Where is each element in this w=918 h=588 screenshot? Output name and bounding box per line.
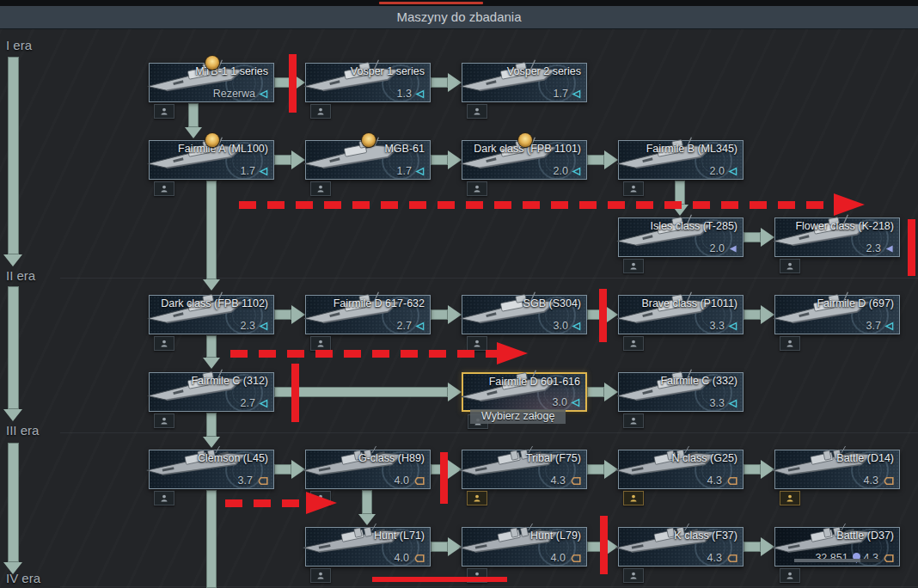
boat-class-icon <box>259 167 268 176</box>
tree-connector-arrow <box>188 103 199 127</box>
tree-connector-arrow <box>744 232 761 242</box>
tree-connector-arrow <box>206 335 217 358</box>
crew-slot-icon <box>623 413 644 428</box>
tree-connector-arrow <box>744 464 761 475</box>
unit-cost: 2.3 <box>866 242 894 254</box>
unit-cost: 1.7 <box>554 88 581 100</box>
unit-card[interactable]: Clemson (L45)3.7 <box>149 450 274 489</box>
unit-card[interactable]: Vosper 2 series1.7 <box>462 63 587 102</box>
unit-cost: 2.0 <box>710 242 737 254</box>
unit-br: 4.0 <box>395 552 409 564</box>
unit-card[interactable]: Fairmile D (697)3.7 <box>774 295 900 334</box>
crew-slot-icon <box>310 336 331 351</box>
highlight-bar <box>599 289 607 342</box>
unit-card[interactable]: Brave class (P1011)3.3 <box>618 295 744 334</box>
unit-card[interactable]: Fairmile A (ML100)1.7 <box>149 140 274 180</box>
era-arrow <box>8 57 19 254</box>
unit-name: Vosper 2 series <box>507 65 581 77</box>
unit-cost: 4.0 <box>551 552 581 564</box>
unit-cost: 3.3 <box>710 320 737 332</box>
destroyer-class-icon <box>569 554 581 563</box>
unit-card[interactable]: Battle (D37)32 8514.3 <box>774 527 900 567</box>
unit-card[interactable]: Tribal (F75)4.3 <box>462 450 587 489</box>
crew-slot-icon <box>154 181 174 196</box>
unit-cost: 2.0 <box>710 165 737 177</box>
unit-card[interactable]: Flower class (K-218)2.3 <box>774 217 900 257</box>
unit-br: 4.3 <box>707 552 722 564</box>
unit-card[interactable]: MTB-1 1 seriesRezerwa <box>149 63 274 102</box>
unit-br: 2.7 <box>397 320 412 332</box>
unit-card[interactable]: Fairmile D 601-6163.0Wybierz załogę <box>462 372 587 412</box>
unit-name: Battle (D14) <box>836 452 894 464</box>
unit-cost: 4.3 <box>864 475 894 487</box>
unit-card[interactable]: Fairmile D 617-6322.7 <box>305 295 431 334</box>
highlight-bar <box>908 219 915 276</box>
unit-card[interactable]: Vosper 1 series1.3 <box>305 63 431 102</box>
era-separator <box>60 432 918 433</box>
unit-br: 4.3 <box>707 475 722 487</box>
tree-connector-arrow <box>274 387 448 397</box>
unit-name: Hunt (L71) <box>374 530 425 542</box>
highlight-bar <box>600 516 608 574</box>
unit-name: Brave class (P1011) <box>641 297 737 309</box>
research-tree-screen: Maszyny do zbadania I eraII eraIII eraIV… <box>0 0 918 588</box>
era-label: III era <box>6 423 39 438</box>
unit-cost: 3.7 <box>238 475 268 487</box>
unit-card[interactable]: SGB (S304)3.0 <box>462 295 587 334</box>
tree-connector-arrow <box>431 155 448 165</box>
highlight-arrowhead <box>497 342 539 364</box>
unit-cost: 4.0 <box>395 475 425 487</box>
highlight-arrowhead <box>306 492 348 514</box>
unit-br: 3.0 <box>553 396 567 408</box>
destroyer-class-icon <box>413 476 425 486</box>
highlight-arrowhead <box>834 193 876 216</box>
unit-card[interactable]: N class (G25)4.3 <box>618 450 744 489</box>
boat-class-icon <box>259 322 268 331</box>
unit-br: 4.0 <box>395 475 409 487</box>
unit-br: 3.3 <box>710 397 725 409</box>
era-label: II era <box>6 268 35 283</box>
tree-connector-arrow <box>587 464 604 475</box>
unit-br: 1.7 <box>554 88 568 100</box>
unit-card[interactable]: Fairmile C (332)3.3 <box>618 372 744 412</box>
unit-br: 2.0 <box>710 165 725 177</box>
unit-br: 2.0 <box>710 242 725 254</box>
unit-cost: 3.7 <box>866 320 894 332</box>
unit-cost: 4.3 <box>551 475 581 487</box>
unit-card[interactable]: Hunt (L71)4.0 <box>305 527 431 567</box>
boat-class-icon <box>728 322 737 331</box>
tree-connector-arrow <box>206 490 217 588</box>
tree-connector-arrow <box>744 309 761 320</box>
tree-connector-arrow <box>274 309 291 320</box>
award-medal-icon <box>518 133 532 147</box>
crew-slot-icon <box>467 181 487 196</box>
crew-slot-icon <box>623 336 644 351</box>
unit-cost: 4.0 <box>395 552 425 564</box>
tree-connector-arrow <box>744 542 761 552</box>
unit-name: Flower class (K-218) <box>795 220 894 232</box>
unit-br: 3.7 <box>866 320 881 332</box>
highlight-bar <box>440 452 448 504</box>
unit-br: 2.3 <box>241 320 255 332</box>
unit-name: G-class (H89) <box>358 452 425 464</box>
unit-br: 3.0 <box>554 320 568 332</box>
unit-card[interactable]: G-class (H89)4.0 <box>305 450 431 489</box>
unit-cost: 4.3 <box>707 552 737 564</box>
unit-name: Fairmile A (ML100) <box>178 143 268 155</box>
unit-card[interactable]: Fairmile B (ML345)2.0 <box>618 140 744 180</box>
unit-name: K class (F37) <box>674 530 737 542</box>
unit-cost: 1.7 <box>397 165 425 177</box>
unit-card[interactable]: Isles class (T-285)2.0 <box>618 217 744 257</box>
highlight-bar <box>291 364 299 422</box>
unit-card[interactable]: MGB-611.7 <box>305 140 431 180</box>
boat-class-icon <box>571 398 580 407</box>
unit-card[interactable]: K class (F37)4.3 <box>618 527 744 567</box>
active-tab-indicator <box>379 2 483 4</box>
unit-card[interactable]: Battle (D14)4.3 <box>774 450 900 489</box>
unit-card[interactable]: Dark class (FPB 1102)2.3 <box>149 295 274 334</box>
unit-card[interactable]: Dark class (FPB 1101)2.0 <box>462 140 587 180</box>
unit-card[interactable]: Fairmile C (312)2.7 <box>149 372 274 412</box>
unit-card[interactable]: Hunt (L79)4.0 <box>462 527 587 567</box>
boat-class-icon <box>884 322 894 331</box>
unit-br: 4.3 <box>551 475 566 487</box>
